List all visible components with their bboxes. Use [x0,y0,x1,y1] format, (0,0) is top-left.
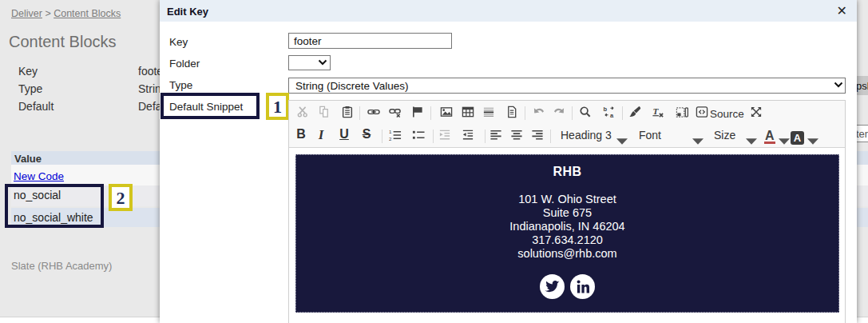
svg-text:2: 2 [389,136,392,142]
svg-text:1: 1 [389,129,392,134]
svg-text:a: a [610,112,614,118]
svg-text:b: b [603,106,607,113]
svg-text:T: T [652,106,659,116]
